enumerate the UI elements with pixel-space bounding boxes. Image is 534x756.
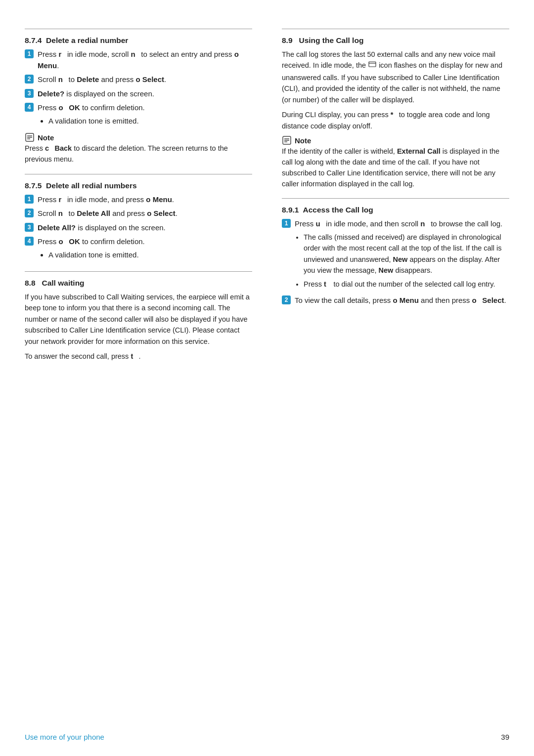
section-874-steps: 1 Press r in idle mode, scroll n to sele… bbox=[25, 49, 252, 128]
section-891: 8.9.1 Access the Call log 1 Press u in i… bbox=[282, 206, 509, 306]
note-icon-89 bbox=[282, 135, 292, 145]
step-874-2: 2 Scroll n to Delete and press o Select. bbox=[25, 74, 252, 85]
bullet-874-validation: A validation tone is emitted. bbox=[48, 116, 145, 127]
footer-left-text: Use more of your phone bbox=[25, 733, 104, 741]
step-badge-875-3: 3 bbox=[25, 223, 34, 232]
step-875-2: 2 Scroll n to Delete All and press o Sel… bbox=[25, 208, 252, 219]
step-891-1: 1 Press u in idle mode, and then scroll … bbox=[282, 218, 509, 292]
section-875-steps: 1 Press r in idle mode, and press o Menu… bbox=[25, 194, 252, 263]
section-874-title: 8.7.4 Delete a redial number bbox=[25, 36, 252, 45]
section-88: 8.8 Call waiting If you have subscribed … bbox=[25, 279, 252, 362]
step-badge-3: 3 bbox=[25, 89, 34, 98]
step-875-3: 3 Delete All? is displayed on the screen… bbox=[25, 222, 252, 234]
step-874-1: 1 Press r in idle mode, scroll n to sele… bbox=[25, 49, 252, 71]
step-874-2-text: Scroll n to Delete and press o Select. bbox=[38, 74, 166, 85]
step-875-4: 4 Press o OK to confirm deletion. A vali… bbox=[25, 236, 252, 262]
section-88-para2: To answer the second call, press t . bbox=[25, 351, 252, 362]
note-89-text: If the identity of the caller is witheld… bbox=[282, 146, 509, 189]
section-874: 8.7.4 Delete a redial number 1 Press r i… bbox=[25, 36, 252, 165]
left-column: 8.7.4 Delete a redial number 1 Press r i… bbox=[25, 20, 257, 366]
step-891-2-text: To view the call details, press o Menu a… bbox=[295, 295, 506, 306]
call-log-icon bbox=[368, 60, 377, 69]
section-89-para1: The call log stores the last 50 external… bbox=[282, 49, 509, 105]
section-875-title: 8.7.5 Delete all redial numbers bbox=[25, 181, 252, 190]
step-badge-875-2: 2 bbox=[25, 209, 34, 217]
note-89: Note If the identity of the caller is wi… bbox=[282, 135, 509, 189]
step-badge-875-4: 4 bbox=[25, 237, 34, 246]
step-badge-1: 1 bbox=[25, 49, 34, 58]
svg-rect-4 bbox=[369, 62, 376, 67]
divider-891 bbox=[282, 198, 509, 199]
section-875: 8.7.5 Delete all redial numbers 1 Press … bbox=[25, 181, 252, 263]
section-88-para1: If you have subscribed to Call Waiting s… bbox=[25, 292, 252, 347]
step-875-3-text: Delete All? is displayed on the screen. bbox=[38, 222, 166, 234]
step-875-1-text: Press r in idle mode, and press o Menu. bbox=[38, 194, 174, 206]
section-89-title: 8.9 Using the Call log bbox=[282, 36, 509, 45]
section-89: 8.9 Using the Call log The call log stor… bbox=[282, 36, 509, 189]
section-89-para2: During CLI display, you can press * to t… bbox=[282, 109, 509, 131]
note-874: Note Press c Back to discard the deletio… bbox=[25, 132, 252, 165]
step-875-4-text: Press o OK to confirm deletion. A valida… bbox=[38, 236, 145, 262]
divider-top-right bbox=[282, 29, 509, 29]
page-footer: Use more of your phone 39 bbox=[0, 733, 534, 741]
bullet-875-validation: A validation tone is emitted. bbox=[48, 250, 145, 261]
note-icon-874 bbox=[25, 132, 35, 142]
step-badge-875-1: 1 bbox=[25, 195, 34, 204]
bullet-891-calls: The calls (missed and received) are disp… bbox=[304, 232, 509, 276]
divider-88 bbox=[25, 271, 252, 272]
step-874-1-text: Press r in idle mode, scroll n to select… bbox=[38, 49, 252, 71]
step-badge-891-2: 2 bbox=[282, 295, 291, 304]
note-89-header: Note bbox=[282, 135, 509, 145]
step-badge-4: 4 bbox=[25, 103, 34, 112]
bullet-891-press-t: Press t to dial out the number of the se… bbox=[304, 279, 509, 290]
step-891-1-text: Press u in idle mode, and then scroll n … bbox=[295, 218, 509, 292]
step-874-3-text: Delete? is displayed on the screen. bbox=[38, 88, 154, 100]
step-875-2-text: Scroll n to Delete All and press o Selec… bbox=[38, 208, 178, 219]
step-875-1: 1 Press r in idle mode, and press o Menu… bbox=[25, 194, 252, 206]
note-874-text: Press c Back to discard the deletion. Th… bbox=[25, 143, 252, 165]
divider-top-left bbox=[25, 29, 252, 29]
step-badge-2: 2 bbox=[25, 75, 34, 84]
step-891-2: 2 To view the call details, press o Menu… bbox=[282, 295, 509, 306]
right-column: 8.9 Using the Call log The call log stor… bbox=[277, 20, 509, 366]
step-874-3: 3 Delete? is displayed on the screen. bbox=[25, 88, 252, 100]
section-891-title: 8.9.1 Access the Call log bbox=[282, 206, 509, 214]
step-badge-891-1: 1 bbox=[282, 219, 291, 228]
divider-875 bbox=[25, 174, 252, 174]
step-874-4-text: Press o OK to confirm deletion. A valida… bbox=[38, 102, 145, 128]
step-874-4: 4 Press o OK to confirm deletion. A vali… bbox=[25, 102, 252, 128]
section-88-title: 8.8 Call waiting bbox=[25, 279, 252, 288]
page-number: 39 bbox=[501, 733, 509, 741]
note-874-header: Note bbox=[25, 132, 252, 142]
section-891-steps: 1 Press u in idle mode, and then scroll … bbox=[282, 218, 509, 306]
